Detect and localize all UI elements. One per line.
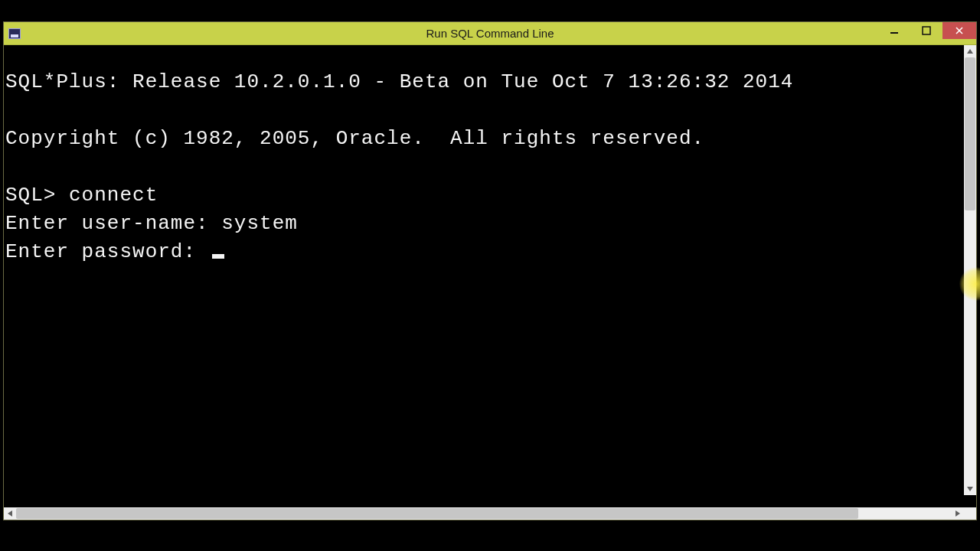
terminal-viewport: SQL*Plus: Release 10.2.0.1.0 - Beta on T… bbox=[4, 45, 976, 507]
window-controls bbox=[878, 22, 976, 39]
terminal-line: Copyright (c) 1982, 2005, Oracle. All ri… bbox=[5, 125, 962, 153]
sql-prompt: SQL> bbox=[5, 184, 69, 207]
text-cursor bbox=[212, 254, 224, 259]
terminal[interactable]: SQL*Plus: Release 10.2.0.1.0 - Beta on T… bbox=[4, 45, 964, 507]
scrollbar-corner bbox=[964, 507, 976, 520]
terminal-line bbox=[5, 96, 962, 125]
app-window: Run SQL Command Line SQL*Plus: Release 1… bbox=[3, 21, 977, 520]
terminal-line: SQL*Plus: Release 10.2.0.1.0 - Beta on T… bbox=[5, 68, 962, 96]
password-prompt-label: Enter password: bbox=[5, 240, 209, 263]
vertical-scrollbar[interactable] bbox=[964, 45, 976, 495]
maximize-button[interactable] bbox=[910, 22, 942, 39]
terminal-line: Enter user-name: system bbox=[5, 210, 962, 238]
horizontal-scroll-track[interactable] bbox=[16, 507, 952, 520]
username-prompt-label: Enter user-name: bbox=[5, 212, 221, 235]
client-area: SQL*Plus: Release 10.2.0.1.0 - Beta on T… bbox=[4, 45, 976, 520]
system-menu-icon[interactable] bbox=[8, 28, 21, 39]
username-value: system bbox=[221, 212, 298, 235]
terminal-line: SQL> connect bbox=[5, 181, 962, 210]
terminal-line: Enter password: bbox=[5, 238, 962, 266]
scroll-right-arrow-icon[interactable] bbox=[952, 507, 964, 520]
scroll-down-arrow-icon[interactable] bbox=[964, 483, 976, 495]
vertical-scroll-thumb[interactable] bbox=[965, 57, 975, 210]
svg-rect-1 bbox=[923, 27, 930, 34]
titlebar[interactable]: Run SQL Command Line bbox=[4, 22, 976, 45]
horizontal-scrollbar[interactable] bbox=[4, 507, 976, 520]
horizontal-scroll-thumb[interactable] bbox=[16, 508, 858, 519]
window-title: Run SQL Command Line bbox=[4, 27, 976, 40]
typed-command: connect bbox=[69, 184, 158, 207]
svg-rect-0 bbox=[890, 32, 898, 34]
terminal-line bbox=[5, 153, 962, 181]
scroll-left-arrow-icon[interactable] bbox=[4, 507, 16, 520]
minimize-button[interactable] bbox=[878, 22, 910, 39]
scroll-up-arrow-icon[interactable] bbox=[964, 45, 976, 57]
close-button[interactable] bbox=[942, 22, 976, 39]
vertical-scroll-track[interactable] bbox=[964, 57, 976, 483]
